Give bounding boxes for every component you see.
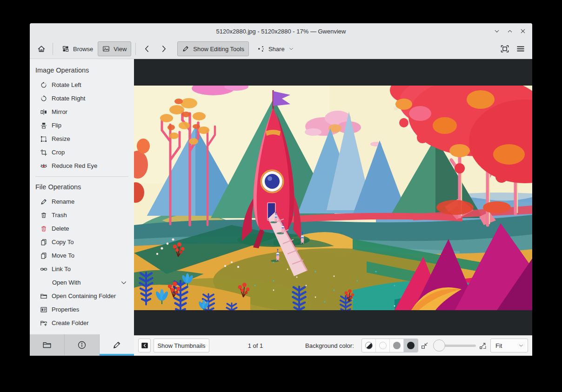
op-resize[interactable]: Resize (30, 132, 134, 146)
view-label: View (114, 46, 127, 53)
show-editing-tools-label: Show Editing Tools (193, 46, 244, 53)
share-label: Share (268, 46, 285, 53)
delete-icon (40, 225, 47, 233)
op-copy-to[interactable]: Copy To (30, 235, 134, 249)
chevron-right-icon (159, 44, 168, 53)
toggle-sidebar-button[interactable] (138, 339, 151, 352)
flip-icon (40, 122, 47, 129)
show-thumbnails-label: Show Thumbnails (157, 342, 205, 349)
op-label: Crop (52, 149, 65, 156)
share-icon (257, 45, 265, 53)
show-editing-tools-button[interactable]: Show Editing Tools (177, 41, 249, 56)
status-bar: Show Thumbnails 1 of 1 Background color:… (134, 335, 532, 356)
maximize-button[interactable] (506, 27, 514, 35)
op-delete[interactable]: Delete (30, 222, 134, 235)
browse-tab[interactable]: Browse (57, 41, 98, 56)
hamburger-icon (516, 44, 525, 53)
op-properties[interactable]: Properties (30, 303, 134, 316)
rename-icon (40, 198, 47, 206)
minimize-button[interactable] (493, 27, 501, 35)
background-color-group (361, 339, 418, 352)
fullscreen-button[interactable] (498, 42, 512, 56)
op-label: Reduce Red Eye (52, 162, 97, 169)
rotate-left-icon (40, 81, 47, 89)
op-label: Delete (52, 225, 69, 232)
tab-operations[interactable] (100, 334, 134, 356)
op-create-folder[interactable]: Create Folder (30, 316, 134, 330)
previous-image-button[interactable] (140, 42, 154, 56)
op-label: Move To (52, 252, 74, 259)
show-thumbnails-button[interactable]: Show Thumbnails (154, 339, 209, 352)
op-move-to[interactable]: Move To (30, 249, 134, 262)
gray-swatch-icon (393, 342, 401, 349)
file-operations-title: File Operations (30, 180, 134, 195)
white-swatch-icon (379, 342, 387, 349)
info-icon (77, 340, 87, 350)
sidebar-divider (35, 176, 128, 177)
zoom-mode-dropdown[interactable]: Fit (490, 339, 528, 352)
home-icon (37, 44, 46, 53)
view-tab[interactable]: View (98, 41, 131, 56)
home-button[interactable] (34, 42, 48, 56)
op-rotate-right[interactable]: Rotate Right (30, 92, 134, 105)
op-open-containing-folder[interactable]: Open Containing Folder (30, 289, 134, 303)
trash-icon (40, 212, 47, 219)
tab-information[interactable] (65, 334, 100, 356)
op-label: Resize (52, 135, 70, 142)
background-color-label: Background color: (305, 336, 354, 356)
share-button[interactable]: Share (253, 41, 299, 56)
op-rotate-left[interactable]: Rotate Left (30, 78, 134, 92)
close-button[interactable] (519, 27, 527, 35)
chevron-down-icon (120, 279, 127, 286)
op-rename[interactable]: Rename (30, 195, 134, 208)
auto-contrast-swatch-icon (365, 342, 373, 349)
move-icon (40, 252, 47, 259)
op-label: Trash (52, 212, 67, 219)
image-viewport[interactable] (134, 59, 532, 335)
op-open-with[interactable]: Open With (30, 276, 134, 289)
toolbar-separator (135, 43, 136, 55)
image-operations-title: Image Operations (30, 64, 134, 78)
chevron-left-icon (142, 44, 152, 53)
copy-icon (40, 239, 47, 246)
new-folder-icon (40, 319, 47, 327)
op-label: Open With (52, 279, 80, 286)
zoom-to-fit-icon[interactable] (421, 341, 429, 350)
bg-color-gray-button[interactable] (390, 339, 404, 352)
zoom-slider-handle[interactable] (433, 339, 445, 352)
op-mirror[interactable]: Mirror (30, 105, 134, 119)
op-label: Properties (52, 306, 79, 313)
op-crop[interactable]: Crop (30, 146, 134, 159)
hamburger-menu-button[interactable] (514, 42, 528, 56)
operations-sidebar: Image Operations Rotate Left Rotate Righ… (30, 59, 134, 356)
bg-color-auto-button[interactable] (362, 339, 376, 352)
op-link-to[interactable]: Link To (30, 262, 134, 276)
op-trash[interactable]: Trash (30, 208, 134, 222)
op-label: Rotate Right (52, 95, 85, 102)
titlebar[interactable]: 5120x2880.jpg - 5120x2880 - 17% — Gwenvi… (30, 23, 532, 39)
rotate-right-icon (40, 95, 47, 102)
window-title: 5120x2880.jpg - 5120x2880 - 17% — Gwenvi… (30, 28, 532, 35)
folder-icon (42, 340, 52, 350)
op-label: Link To (52, 266, 71, 272)
browse-grid-icon (62, 45, 69, 53)
view-image-icon (102, 45, 110, 53)
bg-color-black-button[interactable] (404, 339, 418, 352)
main-toolbar: Browse View Show Editing Tools Share (30, 39, 532, 59)
op-label: Create Folder (52, 319, 88, 326)
op-flip[interactable]: Flip (30, 119, 134, 132)
next-image-button[interactable] (157, 42, 171, 56)
op-label: Rotate Left (52, 81, 81, 88)
properties-icon (40, 306, 47, 313)
tab-folders[interactable] (30, 334, 65, 356)
link-icon (40, 266, 47, 273)
page-indicator: 1 of 1 (237, 336, 274, 356)
op-reduce-red-eye[interactable]: Reduce Red Eye (30, 159, 134, 173)
op-label: Copy To (52, 239, 74, 246)
folder-open-icon (40, 292, 47, 300)
actual-size-icon[interactable] (479, 341, 487, 350)
image-view-area: Show Thumbnails 1 of 1 Background color:… (134, 59, 532, 356)
gwenview-window: 5120x2880.jpg - 5120x2880 - 17% — Gwenvi… (30, 23, 532, 356)
bg-color-white-button[interactable] (376, 339, 390, 352)
chevron-down-icon (288, 46, 294, 52)
